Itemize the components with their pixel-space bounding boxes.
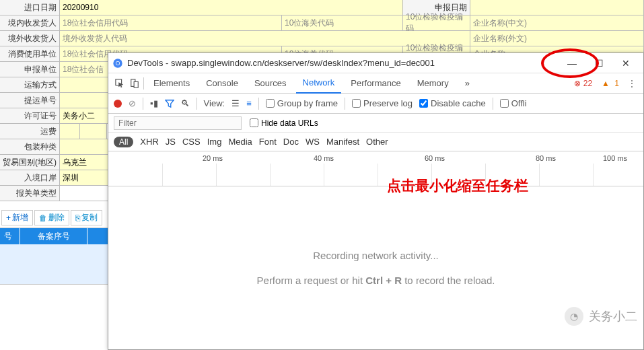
type-css[interactable]: CSS [182, 137, 201, 147]
ph-name-foreign[interactable]: 企业名称(外文) [470, 31, 644, 46]
separator [143, 98, 143, 110]
plus-icon: + [6, 213, 11, 223]
group-by-frame-checkbox[interactable]: Group by frame [266, 98, 338, 108]
type-js[interactable]: JS [166, 137, 176, 147]
minimize-button[interactable]: — [559, 54, 585, 73]
label-form-type: 报关单类型 [0, 186, 60, 201]
maximize-button[interactable]: ☐ [585, 54, 612, 73]
watermark: ◔ 关务小二 [565, 307, 637, 326]
record-button[interactable] [114, 100, 122, 108]
tabs-overflow[interactable]: » [458, 73, 476, 94]
type-filter-bar: All XHR JS CSS Img Media Font Doc WS Man… [108, 133, 643, 151]
type-img[interactable]: Img [207, 137, 222, 147]
titlebar: DevTools - swapp.singlewindow.cn/deskser… [108, 53, 643, 73]
error-badge[interactable]: ⊗ 22 [574, 79, 592, 88]
tab-network[interactable]: Network [296, 73, 342, 94]
ph-name-cn[interactable]: 企业名称(中文) [470, 15, 644, 30]
watermark-text: 关务小二 [589, 308, 637, 324]
type-media[interactable]: Media [228, 137, 252, 147]
hide-urls-label: Hide data URLs [261, 118, 318, 128]
clear-icon[interactable]: ⊘ [129, 98, 136, 108]
type-manifest[interactable]: Manifest [326, 137, 359, 147]
inspect-icon[interactable] [114, 76, 126, 91]
hint-pre: Perform a request or hit [257, 275, 366, 286]
close-button[interactable]: ✕ [612, 54, 639, 73]
copy-label: 复制 [81, 212, 98, 223]
view-label: View: [204, 98, 225, 108]
timeline[interactable]: 20 ms 40 ms 60 ms 80 ms 100 ms [108, 151, 643, 186]
list-view-icon[interactable]: ☰ [231, 98, 240, 108]
device-icon[interactable] [129, 76, 141, 91]
search-icon[interactable]: 🔍︎ [181, 98, 190, 108]
trash-icon: 🗑 [39, 213, 47, 223]
type-font[interactable]: Font [259, 137, 277, 147]
kebab-icon[interactable]: ⋮ [626, 76, 638, 91]
type-xhr[interactable]: XHR [140, 137, 158, 147]
separator [345, 98, 345, 110]
copy-icon: ⎘ [75, 213, 80, 223]
disable-cache-checkbox[interactable]: Disable cache [419, 98, 486, 108]
type-ws[interactable]: WS [306, 137, 320, 147]
delete-button[interactable]: 🗑删除 [34, 210, 69, 225]
separator [143, 77, 144, 90]
hint-key: Ctrl + R [365, 275, 402, 286]
disable-label: Disable cache [431, 98, 486, 108]
tab-elements[interactable]: Elements [147, 73, 196, 94]
grid-col-record: 备案序号 [20, 228, 87, 244]
tick: 100 ms [603, 154, 627, 162]
type-other[interactable]: Other [366, 137, 388, 147]
svg-point-2 [116, 61, 120, 65]
group-label: Group by frame [277, 98, 338, 108]
label-import-date: 进口日期 [0, 0, 60, 15]
tab-memory[interactable]: Memory [410, 73, 456, 94]
svg-rect-5 [134, 81, 138, 88]
input[interactable] [60, 124, 80, 139]
preserve-label: Preserve log [363, 98, 413, 108]
devtools-tabbar: Elements Console Sources Network Perform… [108, 73, 643, 94]
label-domestic: 境内收发货人 [0, 15, 60, 30]
wechat-icon: ◔ [565, 307, 583, 326]
filter-icon[interactable] [165, 99, 174, 108]
form-row: 进口日期 20200910 申报日期 [0, 0, 644, 15]
hide-urls-checkbox[interactable]: Hide data URLs [250, 118, 318, 128]
type-doc[interactable]: Doc [283, 137, 299, 147]
waterfall-view-icon[interactable]: ≡ [246, 98, 252, 108]
preserve-log-checkbox[interactable]: Preserve log [352, 98, 413, 108]
label-transport: 运输方式 [0, 77, 60, 92]
camera-icon[interactable]: ▪▮ [150, 98, 158, 108]
chrome-icon [112, 58, 123, 69]
add-label: 新增 [12, 212, 28, 223]
recording-message: Recording network activity... [313, 250, 438, 261]
label-declare-unit: 申报单位 [0, 62, 60, 77]
filter-input[interactable] [114, 116, 242, 130]
label-overseas: 境外收发货人 [0, 31, 60, 46]
form-row: 境外收发货人 境外收发货人代码 企业名称(外文) [0, 31, 644, 46]
network-body: Recording network activity... Perform a … [108, 186, 643, 349]
input[interactable] [80, 124, 107, 139]
value-import-date[interactable]: 20200910 [60, 0, 403, 15]
ph-credit-code[interactable]: 18位社会信用代码 [60, 15, 282, 30]
window-title: DevTools - swapp.singlewindow.cn/deskser… [127, 58, 559, 68]
tick: 20 ms [203, 154, 223, 162]
type-all[interactable]: All [114, 137, 133, 147]
ph-customs-code[interactable]: 10位海关代码 [282, 15, 403, 30]
separator [258, 98, 259, 110]
label-trade-country: 贸易国别(地区) [0, 155, 60, 170]
tab-performance[interactable]: Performance [344, 73, 407, 94]
value-declare-date[interactable] [470, 0, 644, 15]
add-button[interactable]: +新增 [1, 210, 33, 225]
tab-sources[interactable]: Sources [248, 73, 293, 94]
label-entry-port: 入境口岸 [0, 170, 60, 185]
del-label: 删除 [48, 212, 65, 223]
offline-label: Offli [511, 98, 527, 108]
label-packing: 包装种类 [0, 139, 60, 154]
warn-count: 1 [614, 79, 619, 88]
warn-badge[interactable]: ▲ 1 [599, 79, 619, 88]
hint-post: to record the reload. [402, 275, 495, 286]
tick: 60 ms [425, 154, 445, 162]
tab-console[interactable]: Console [199, 73, 245, 94]
error-count: 22 [583, 79, 592, 88]
ph-quarantine[interactable]: 10位检验检疫编码 [403, 15, 470, 30]
offline-checkbox[interactable]: Offli [500, 98, 527, 108]
copy-button[interactable]: ⎘复制 [71, 210, 102, 225]
